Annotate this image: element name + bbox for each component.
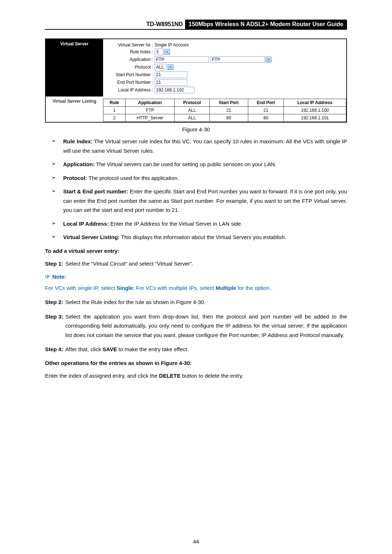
header-model: TD-W8951ND	[144, 20, 185, 29]
vs-for-value: Single IP Account	[155, 42, 189, 48]
start-port-label: Start Port Number :	[106, 72, 155, 77]
chevron-down-icon	[164, 49, 170, 55]
header-title: 150Mbps Wireless N ADSL2+ Modem Router U…	[185, 20, 347, 29]
step-label: Step 4:	[45, 345, 63, 354]
protocol-select[interactable]: ALL	[155, 64, 173, 70]
other-post: button to delete the entry.	[180, 373, 243, 379]
other-paragraph: Enter the index of assigned entry, and c…	[45, 371, 347, 381]
document-header: TD-W8951ND 150Mbps Wireless N ADSL2+ Mod…	[45, 20, 347, 30]
bullet-text: The Virtual server rule index for this V…	[63, 138, 347, 154]
bullet-title: Application:	[63, 161, 95, 167]
start-port-input[interactable]: 21	[155, 71, 187, 78]
note-heading: ☞ Note:	[45, 273, 347, 280]
feature-bullets: Rule Index: The Virtual server rule inde…	[45, 137, 347, 242]
cell-end: 21	[248, 107, 284, 114]
step-4: Step 4: After that, click SAVE to make t…	[45, 345, 347, 354]
table-header-row: Rule Application Protocol Start Port End…	[103, 99, 346, 107]
cell-start: 80	[209, 114, 248, 122]
step-label: Step 3:	[45, 312, 63, 340]
col-application: Application	[126, 99, 175, 107]
figure-caption: Figure 4-30	[45, 126, 347, 132]
sidebar-virtual-server: Virtual Server	[46, 39, 103, 97]
step-3: Step 3: Select the application you want …	[45, 312, 347, 340]
local-ip-label: Local IP Address :	[106, 87, 155, 93]
note-part: ; For VCs with multiple IPs, select	[133, 285, 216, 291]
rule-index-select[interactable]: 3	[155, 49, 170, 55]
page-number: 44	[0, 538, 392, 545]
step-text: Select the Rule index for the rule as sh…	[65, 297, 347, 307]
bullet-text: The protocol used for this application.	[87, 175, 179, 181]
col-rule: Rule	[103, 99, 126, 107]
bullet-title: Rule Index:	[63, 138, 93, 144]
bullet-text: Enter the IP Address for the Virtual Ser…	[109, 221, 242, 227]
step-text: Select the application you want from dro…	[65, 312, 347, 340]
hand-point-icon: ☞	[45, 273, 50, 280]
step-label: Step 2:	[45, 297, 63, 307]
step-label: Step 1:	[45, 259, 63, 268]
cell-app: HTTP_Server	[126, 114, 175, 122]
bullet-text: The Virtual servers can be used for sett…	[95, 161, 277, 167]
vs-for-label: Virtual Server for :	[106, 42, 155, 48]
chevron-down-icon	[168, 64, 173, 70]
virtual-server-panel: Virtual Server Virtual Server for : Sing…	[45, 38, 347, 123]
cell-rule: 2	[103, 114, 126, 122]
rule-index-label: Rule Index :	[106, 49, 155, 54]
cell-app: FTP	[126, 107, 175, 114]
col-local-ip: Local IP Address	[284, 99, 346, 107]
end-port-label: End Port Number :	[106, 80, 155, 85]
note-part: for the option.	[236, 285, 271, 291]
rule-index-value: 3	[155, 49, 163, 55]
virtual-server-table: Rule Application Protocol Start Port End…	[103, 99, 346, 122]
step4-post: to make the entry take effect.	[117, 346, 188, 352]
sidebar-listing: Virtual Server Listing	[46, 97, 103, 122]
chevron-down-icon	[266, 57, 271, 62]
step-2: Step 2: Select the Rule index for the ru…	[45, 297, 347, 307]
application-select[interactable]: FTP	[211, 56, 271, 63]
cell-ip: 192.168.1.100	[284, 107, 346, 114]
col-start-port: Start Port	[209, 99, 248, 107]
col-protocol: Protocol	[175, 99, 210, 107]
cell-end: 80	[248, 114, 284, 122]
bullet-port: Start & End port number: Enter the speci…	[45, 187, 347, 215]
application-select-value: FTP	[211, 56, 265, 63]
table-row: 2 HTTP_Server ALL 80 80 192.168.1.101	[103, 114, 346, 122]
cell-ip: 192.168.1.101	[284, 114, 346, 122]
step-1: Step 1: Select the "Virtual Circuit" and…	[45, 259, 347, 268]
table-row: 1 FTP ALL 21 21 192.168.1.100	[103, 107, 346, 114]
bullet-application: Application: The Virtual servers can be …	[45, 160, 347, 169]
end-port-input[interactable]: 21	[155, 79, 187, 86]
bullet-text: This displays the information about the …	[120, 234, 286, 240]
step4-bold: SAVE	[103, 346, 117, 352]
bullet-title: Start & End port number:	[63, 188, 128, 194]
note-part: For VCs with single IP, select	[45, 285, 117, 291]
application-label: Application :	[106, 57, 155, 62]
cell-rule: 1	[103, 107, 126, 114]
bullet-protocol: Protocol: The protocol used for this app…	[45, 173, 347, 183]
other-pre: Enter the index of assigned entry, and c…	[45, 373, 159, 379]
cell-start: 21	[209, 107, 248, 114]
bullet-listing: Virtual Server Listing: This displays th…	[45, 233, 347, 242]
step-text: Select the "Virtual Circuit" and select …	[65, 259, 347, 268]
bullet-title: Virtual Server Listing:	[63, 234, 120, 240]
bullet-rule-index: Rule Index: The Virtual server rule inde…	[45, 137, 347, 155]
protocol-value: ALL	[155, 64, 167, 70]
cell-proto: ALL	[175, 107, 210, 114]
col-end-port: End Port	[248, 99, 284, 107]
other-heading: Other operations for the entries as show…	[45, 360, 347, 366]
application-input[interactable]: FTP	[155, 56, 209, 63]
note-bold: Single	[117, 285, 133, 291]
note-bold: Multiple	[216, 285, 236, 291]
step4-pre: After that, click	[65, 346, 103, 352]
protocol-label: Protocol :	[106, 65, 155, 70]
other-bold: DELETE	[159, 373, 180, 379]
note-body: For VCs with single IP, select Single; F…	[45, 284, 347, 292]
bullet-title: Local IP Address:	[63, 221, 109, 227]
bullet-title: Protocol:	[63, 175, 87, 181]
step-text: After that, click SAVE to make the entry…	[65, 345, 347, 354]
note-label: Note:	[52, 274, 66, 280]
local-ip-input[interactable]: 192.168.1.102	[155, 87, 195, 93]
cell-proto: ALL	[175, 114, 210, 122]
add-heading: To add a virtual server entry:	[45, 248, 347, 254]
bullet-localip: Local IP Address: Enter the IP Address f…	[45, 219, 347, 229]
